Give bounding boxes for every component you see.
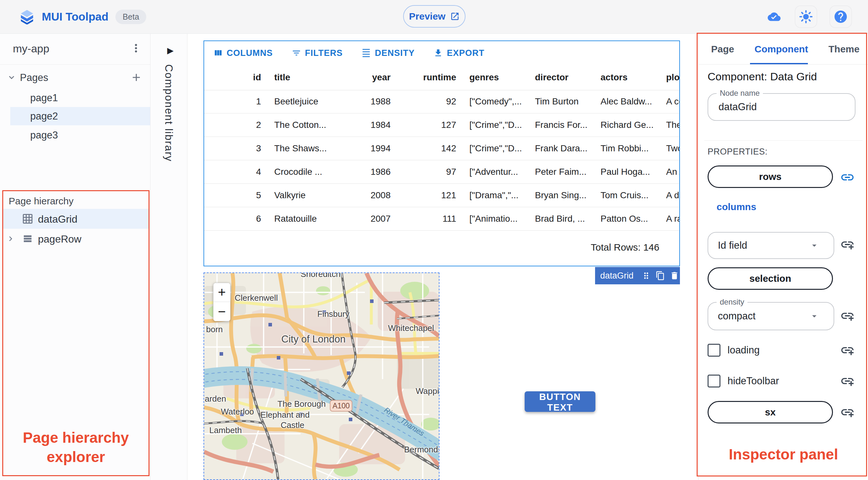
sidebar-item-page1[interactable]: page1 xyxy=(10,89,150,107)
filters-button[interactable]: FILTERS xyxy=(290,48,345,59)
trash-icon xyxy=(670,271,679,281)
filter-list-icon xyxy=(291,48,301,58)
export-button-label: EXPORT xyxy=(447,48,485,58)
cell-runtime: 97 xyxy=(399,167,464,177)
sx-bind-button[interactable] xyxy=(840,405,855,420)
cell-actors: Patton Os... xyxy=(595,214,661,224)
loading-bind-button[interactable] xyxy=(840,343,855,358)
density-value: compact xyxy=(718,310,814,322)
export-button[interactable]: EXPORT xyxy=(431,48,487,59)
map-place-label: Elephant and xyxy=(260,410,310,420)
zoom-out-button[interactable]: − xyxy=(214,302,230,321)
hidetoolbar-checkbox[interactable] xyxy=(708,375,720,387)
pages-collapse-button[interactable] xyxy=(6,72,17,83)
rows-bound-link-button[interactable] xyxy=(840,170,855,185)
loading-checkbox[interactable] xyxy=(708,344,720,357)
map-place-label: Castle xyxy=(281,420,305,430)
page-item-label: page3 xyxy=(30,129,58,141)
zoom-in-button[interactable]: + xyxy=(214,283,230,302)
column-header-actors[interactable]: actors xyxy=(595,72,661,83)
selection-property-button[interactable]: selection xyxy=(708,267,833,290)
copy-icon xyxy=(655,271,665,281)
hidetoolbar-bind-button[interactable] xyxy=(840,374,855,388)
table-body: 1Beetlejuice198892["Comedy",...Tim Burto… xyxy=(204,90,680,231)
node-name-field[interactable]: Node name xyxy=(708,93,856,121)
table-row[interactable]: 6Ratatouille2007111["Animatio...Brad Bir… xyxy=(204,207,680,231)
tab-page[interactable]: Page xyxy=(709,34,736,64)
columns-button-label: COLUMNS xyxy=(227,48,273,58)
sidebar-item-page2[interactable]: page2 xyxy=(10,107,150,125)
columns-property-link[interactable]: columns xyxy=(717,201,756,212)
hierarchy-item-datagrid[interactable]: dataGrid xyxy=(3,209,149,229)
node-name-input[interactable] xyxy=(718,101,815,113)
map-component[interactable]: A100 River Thames ShoreditchClerkenwellF… xyxy=(204,273,439,480)
beta-badge: Beta xyxy=(116,10,146,24)
cell-genres: ["Drama","... xyxy=(464,190,530,200)
table-row[interactable]: 4Crocodile ...198697["Adventur...Peter F… xyxy=(204,160,680,184)
cell-actors: Tom Cruis... xyxy=(595,190,661,200)
button-component[interactable]: BUTTON TEXT xyxy=(525,391,595,412)
cell-director: Peter Faim... xyxy=(530,167,595,177)
column-header-genres[interactable]: genres xyxy=(464,72,530,83)
column-header-title[interactable]: title xyxy=(269,72,333,83)
cell-genres: ["Adventur... xyxy=(464,167,530,177)
preview-button[interactable]: Preview xyxy=(403,5,465,28)
selected-node-chip: dataGrid xyxy=(595,267,680,284)
delete-button[interactable] xyxy=(670,271,679,281)
toolpad-editor: MUI Toolpad Beta Preview xyxy=(0,0,868,480)
loading-property-row: loading xyxy=(708,343,760,357)
view-column-icon xyxy=(213,48,223,58)
column-header-plot[interactable]: plot xyxy=(661,72,680,83)
dropdown-caret-icon[interactable] xyxy=(809,311,819,321)
map-place-label: arden xyxy=(205,394,226,404)
column-header-director[interactable]: director xyxy=(530,72,595,83)
rows-property-button[interactable]: rows xyxy=(708,165,833,188)
expand-library-button[interactable]: ▶ xyxy=(165,45,176,56)
hidetoolbar-property-row: hideToolbar xyxy=(708,374,779,388)
columns-button[interactable]: COLUMNS xyxy=(211,48,275,59)
table-row[interactable]: 2The Cotton...1984127["Crime","D...Franc… xyxy=(204,114,680,137)
component-library-panel: ▶ Component library xyxy=(151,34,187,480)
density-bind-button[interactable] xyxy=(840,309,855,323)
column-header-id[interactable]: id xyxy=(204,72,269,83)
cell-plot: A dr xyxy=(661,190,680,200)
density-select[interactable]: density compact xyxy=(708,302,834,330)
plus-icon xyxy=(130,71,143,84)
cell-title: The Cotton... xyxy=(269,120,333,130)
tab-theme[interactable]: Theme xyxy=(827,34,862,64)
download-icon xyxy=(433,48,443,58)
id-field-select[interactable]: Id field xyxy=(708,232,834,259)
chevron-right-icon[interactable] xyxy=(6,234,16,244)
app-menu-button[interactable] xyxy=(128,41,144,55)
table-row[interactable]: 1Beetlejuice198892["Comedy",...Tim Burto… xyxy=(204,90,680,114)
table-row[interactable]: 3The Shaws...1994142["Crime","D...Frank … xyxy=(204,137,680,160)
datagrid-component[interactable]: COLUMNS FILTERS DENSITY EXPORT idtitleye… xyxy=(204,40,680,266)
cell-plot: A ra xyxy=(661,214,680,224)
map-place-label: born xyxy=(206,324,223,334)
density-icon xyxy=(361,48,371,58)
column-header-runtime[interactable]: runtime xyxy=(399,72,464,83)
cell-id: 3 xyxy=(204,143,269,154)
link-icon xyxy=(840,170,855,185)
hierarchy-item-label: dataGrid xyxy=(38,213,78,225)
column-header-year[interactable]: year xyxy=(333,72,399,83)
node-name-label: Node name xyxy=(717,89,763,98)
cell-genres: ["Crime","D... xyxy=(464,120,530,130)
selected-node-name: dataGrid xyxy=(600,271,633,281)
dropdown-caret-icon[interactable] xyxy=(809,240,819,251)
id-field-bind-button[interactable] xyxy=(840,237,855,252)
tab-component[interactable]: Component xyxy=(752,34,810,64)
density-button[interactable]: DENSITY xyxy=(360,48,416,59)
drag-handle[interactable] xyxy=(641,271,651,281)
help-button[interactable] xyxy=(830,5,852,28)
table-row[interactable]: 5Valkyrie2008121["Drama","...Bryan Sing.… xyxy=(204,184,680,207)
duplicate-button[interactable] xyxy=(655,271,665,281)
add-page-button[interactable] xyxy=(130,71,143,84)
inspector-tabs: Page Component Theme xyxy=(699,34,868,65)
hierarchy-item-pagerow[interactable]: pageRow xyxy=(3,229,149,249)
sx-property-button[interactable]: sx xyxy=(708,401,833,423)
sidebar-item-page3[interactable]: page3 xyxy=(10,126,150,144)
theme-toggle-button[interactable] xyxy=(795,5,817,28)
cell-id: 1 xyxy=(204,96,269,107)
cell-runtime: 111 xyxy=(399,214,464,224)
